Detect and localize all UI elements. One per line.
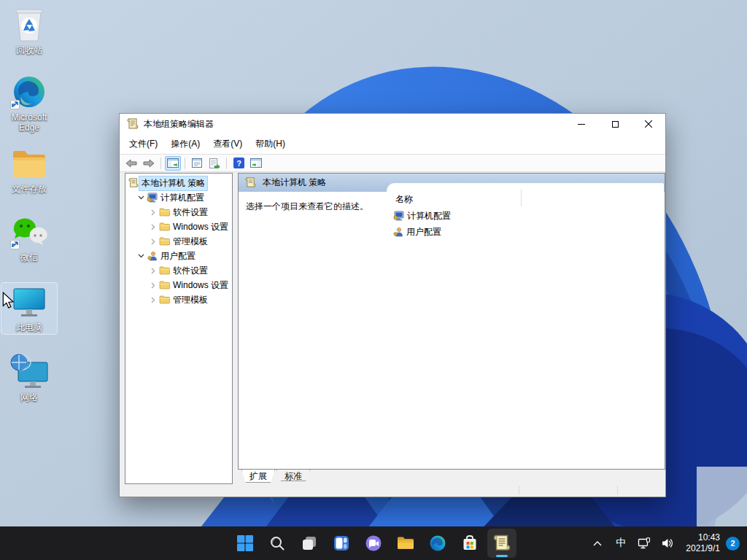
help-button[interactable]: ?: [231, 156, 247, 171]
maximize-icon: [612, 121, 619, 128]
shortcut-arrow-icon: [10, 100, 20, 109]
user-config-icon: [393, 227, 403, 237]
console-tree-panel: 本地计算机 策略 计算机配置 软件设置: [125, 173, 233, 484]
chevron-right-icon[interactable]: [148, 297, 158, 303]
menu-file[interactable]: 文件(F): [123, 135, 164, 153]
list-item-label: 计算机配置: [407, 210, 451, 222]
chevron-right-icon[interactable]: [148, 224, 158, 230]
tree-item-user-config[interactable]: 用户配置: [125, 249, 232, 263]
folder-icon: [158, 222, 171, 231]
desktop-icon-label: Microsoft Edge: [1, 112, 57, 133]
shortcut-arrow-icon: [10, 240, 20, 249]
store-button[interactable]: [455, 529, 484, 558]
desktop-icon-recycle-bin[interactable]: 回收站: [1, 7, 57, 55]
tree-item-user-admin-templates[interactable]: 管理模板: [125, 292, 232, 307]
export-list-button[interactable]: [206, 156, 222, 171]
content-panel: 本地计算机 策略 选择一个项目来查看它的描述。 名称 计算机配置 用户配置: [238, 173, 665, 470]
group-policy-editor-window: 本地组策略编辑器 文件(F) 操作(A) 查看(V) 帮助(H): [119, 113, 666, 497]
properties-button[interactable]: [189, 156, 205, 171]
action-pane-icon: [250, 158, 262, 168]
chevron-right-icon[interactable]: [148, 268, 158, 274]
minimize-button[interactable]: [565, 114, 598, 134]
tree-item-label: 本地计算机 策略: [139, 176, 207, 190]
tree-item-user-windows-settings[interactable]: Windows 设置: [125, 278, 232, 292]
gpedit-scroll-icon: [493, 534, 511, 552]
back-button[interactable]: [123, 156, 139, 171]
view-tab-strip: 扩展 标准: [233, 470, 665, 484]
tree-item-root[interactable]: 本地计算机 策略: [125, 176, 232, 190]
properties-icon: [191, 158, 203, 168]
computer-config-icon: [146, 192, 158, 203]
ime-indicator[interactable]: 中: [610, 529, 632, 558]
file-explorer-button[interactable]: [391, 529, 420, 558]
tree-item-computer-windows-settings[interactable]: Windows 设置: [125, 219, 232, 234]
widgets-button[interactable]: [327, 529, 356, 558]
forward-button[interactable]: [141, 156, 157, 171]
desktop-icon-label: 微信: [1, 252, 57, 262]
network-tray-button[interactable]: [633, 529, 655, 558]
wechat-icon: [1, 214, 57, 249]
edge-icon: [1, 74, 57, 109]
tree-item-computer-config[interactable]: 计算机配置: [125, 190, 232, 205]
desktop-icon-edge[interactable]: Microsoft Edge: [1, 74, 57, 133]
search-button[interactable]: [263, 529, 292, 558]
column-header-name[interactable]: 名称: [395, 193, 413, 206]
taskbar-gpedit-button[interactable]: [487, 529, 516, 558]
volume-tray-button[interactable]: [657, 529, 678, 558]
folder-icon: [158, 281, 171, 289]
back-arrow-icon: [125, 159, 137, 168]
user-config-icon: [146, 251, 158, 261]
chevron-right-icon[interactable]: [148, 238, 158, 245]
file-explorer-icon: [396, 534, 415, 552]
folder-icon: [158, 237, 171, 246]
desktop-icon-label: 此电脑: [1, 322, 57, 332]
desktop-icon-file-storage[interactable]: 文件存放: [1, 146, 57, 194]
edge-button[interactable]: [423, 529, 452, 558]
menu-view[interactable]: 查看(V): [206, 135, 249, 153]
task-view-button[interactable]: [295, 529, 324, 558]
tray-chevron-up-button[interactable]: [587, 529, 608, 558]
desktop-icon-network[interactable]: 网络: [1, 354, 57, 402]
notification-badge[interactable]: 2: [726, 537, 740, 551]
folder-icon: [1, 146, 57, 181]
window-title: 本地组策略编辑器: [144, 118, 214, 131]
gpedit-scroll-icon: [127, 178, 139, 188]
list-item-user-config[interactable]: 用户配置: [393, 225, 441, 239]
tray-clock[interactable]: 10:43 2021/9/1: [680, 532, 724, 554]
maximize-button[interactable]: [598, 114, 632, 134]
tray-time: 10:43: [686, 532, 720, 543]
start-button[interactable]: [231, 529, 260, 558]
show-action-pane-button[interactable]: [248, 156, 264, 171]
chevron-right-icon[interactable]: [148, 209, 158, 216]
close-icon: [645, 120, 652, 128]
help-icon: ?: [233, 158, 244, 168]
tree-item-computer-software[interactable]: 软件设置: [125, 205, 232, 219]
taskbar-center-icons: [231, 529, 516, 558]
tree-item-user-software[interactable]: 软件设置: [125, 263, 232, 278]
desktop-icon-wechat[interactable]: 微信: [1, 214, 57, 262]
svg-text:?: ?: [236, 159, 241, 168]
show-console-tree-button[interactable]: [165, 156, 181, 171]
forward-arrow-icon: [143, 159, 155, 168]
tab-standard[interactable]: 标准: [276, 470, 310, 481]
console-tree-icon: [167, 158, 179, 168]
chat-button[interactable]: [359, 529, 388, 558]
node-description: 选择一个项目来查看它的描述。: [246, 201, 368, 213]
title-bar[interactable]: 本地组策略编辑器: [120, 114, 665, 134]
chevron-right-icon[interactable]: [148, 282, 158, 289]
widgets-icon: [333, 534, 350, 552]
export-list-icon: [209, 158, 220, 168]
tree-item-computer-admin-templates[interactable]: 管理模板: [125, 234, 232, 249]
folder-icon: [158, 295, 171, 304]
tab-extended[interactable]: 扩展: [241, 470, 275, 483]
menu-action[interactable]: 操作(A): [164, 135, 206, 153]
menu-help[interactable]: 帮助(H): [249, 135, 292, 153]
column-divider[interactable]: [521, 189, 522, 206]
close-button[interactable]: [632, 114, 665, 134]
status-bar: [122, 484, 665, 496]
chevron-down-icon[interactable]: [136, 195, 146, 200]
task-view-icon: [301, 534, 318, 552]
list-item-computer-config[interactable]: 计算机配置: [393, 209, 451, 223]
chevron-down-icon[interactable]: [136, 254, 146, 258]
tree-item-label: 计算机配置: [158, 191, 206, 205]
